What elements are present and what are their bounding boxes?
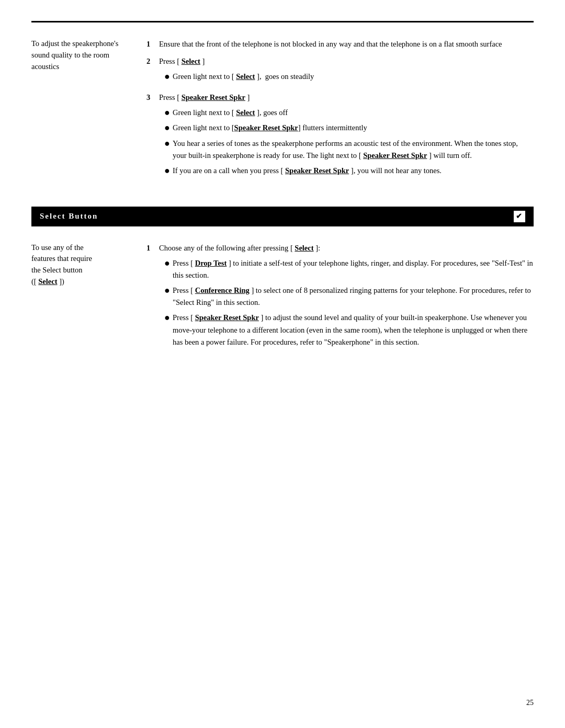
section-header-title: Select Button [40, 212, 98, 221]
bullet-item: ● Green light next to [Speaker Reset Spk… [164, 122, 534, 134]
bottom-right-steps: 1 Choose any of the following after pres… [146, 242, 534, 357]
bottom-left-line2: features that require [31, 254, 92, 263]
step-2-num: 2 [146, 55, 159, 86]
select-key-1: Select [182, 57, 200, 65]
bullet-dot: ● [164, 285, 173, 297]
bullet-dot: ● [164, 257, 173, 269]
step-2-bullets: ● Green light next to [ Select ], goes o… [164, 71, 534, 83]
step-3-num: 3 [146, 92, 159, 180]
step-2-content: Press [ Select ] ● Green light next to [… [159, 55, 534, 86]
bottom-left-description: To use any of the features that require … [31, 242, 146, 357]
checkmark-icon: ✔ [516, 212, 523, 221]
step-3-bullets: ● Green light next to [ Select ], goes o… [164, 107, 534, 177]
page-number: 25 [526, 699, 534, 707]
bullet-item: ● Green light next to [ Select ], goes o… [164, 71, 534, 83]
bottom-step-1-bullets: ● Press [ Drop Test ] to initiate a self… [164, 257, 534, 348]
bottom-left-line3: the Select button [31, 266, 82, 274]
bottom-step-1-num: 1 [146, 242, 159, 352]
top-section: To adjust the speakerphone's sound quali… [31, 38, 534, 186]
select-key-2: Select [236, 72, 255, 81]
bullet-item: ● Press [ Speaker Reset Spkr ] to adjust… [164, 312, 534, 348]
bottom-left-line4-before: ([ [31, 277, 38, 286]
select-key-bottom-left: Select [38, 277, 57, 286]
step-1-num: 1 [146, 38, 159, 50]
step-2: 2 Press [ Select ] ● Green light next to… [146, 55, 534, 86]
top-left-description: To adjust the speakerphone's sound quali… [31, 38, 146, 186]
step-1: 1 Ensure that the front of the telephone… [146, 38, 534, 50]
top-left-text: To adjust the speakerphone's sound quali… [31, 39, 118, 71]
select-key-bottom-step: Select [295, 244, 313, 252]
checkmark-box: ✔ [514, 211, 525, 222]
bullet-dot: ● [164, 165, 173, 177]
bullet-dot: ● [164, 138, 173, 150]
step-3-content: Press [ Speaker Reset Spkr ] ● Green lig… [159, 92, 534, 180]
bullet-text: Green light next to [ Select ], goes on … [173, 71, 534, 83]
top-border [31, 21, 534, 22]
bottom-section: To use any of the features that require … [31, 242, 534, 357]
bullet-dot: ● [164, 107, 173, 119]
drop-test-key: Drop Test [195, 259, 227, 267]
bullet-text: If you are on a call when you press [ Sp… [173, 165, 534, 177]
conference-ring-key: Conference Ring [195, 286, 250, 294]
bullet-text: Press [ Conference Ring ] to select one … [173, 285, 534, 309]
step-1-content: Ensure that the front of the telephone i… [159, 38, 534, 50]
speaker-reset-key-3: Speaker Reset Spkr [363, 151, 427, 160]
bullet-item: ● Press [ Conference Ring ] to select on… [164, 285, 534, 309]
bullet-item: ● Press [ Drop Test ] to initiate a self… [164, 257, 534, 281]
bullet-dot: ● [164, 312, 173, 324]
bottom-left-line1: To use any of the [31, 243, 84, 252]
page-container: To adjust the speakerphone's sound quali… [0, 0, 565, 728]
speaker-reset-key-1: Speaker Reset Spkr [182, 93, 245, 101]
top-right-steps: 1 Ensure that the front of the telephone… [146, 38, 534, 186]
speaker-reset-key-2: Speaker Reset Spkr [234, 123, 298, 132]
section-header: Select Button ✔ [31, 207, 534, 226]
bottom-step-1-content: Choose any of the following after pressi… [159, 242, 534, 352]
bullet-dot: ● [164, 71, 173, 83]
bullet-item: ● You hear a series of tones as the spea… [164, 138, 534, 162]
step-3: 3 Press [ Speaker Reset Spkr ] ● Green l… [146, 92, 534, 180]
bullet-item: ● If you are on a call when you press [ … [164, 165, 534, 177]
bullet-text: Press [ Speaker Reset Spkr ] to adjust t… [173, 312, 534, 348]
bullet-text: You hear a series of tones as the speake… [173, 138, 534, 162]
bullet-item: ● Green light next to [ Select ], goes o… [164, 107, 534, 119]
bullet-text: Green light next to [Speaker Reset Spkr]… [173, 122, 534, 134]
bullet-dot: ● [164, 122, 173, 134]
bottom-left-line4-after: ]) [58, 277, 64, 286]
speaker-reset-key-bottom: Speaker Reset Spkr [195, 313, 259, 322]
select-key-3: Select [236, 108, 255, 117]
speaker-reset-key-4: Speaker Reset Spkr [285, 166, 349, 175]
bullet-text: Press [ Drop Test ] to initiate a self-t… [173, 257, 534, 281]
bottom-step-1: 1 Choose any of the following after pres… [146, 242, 534, 352]
bullet-text: Green light next to [ Select ], goes off [173, 107, 534, 119]
